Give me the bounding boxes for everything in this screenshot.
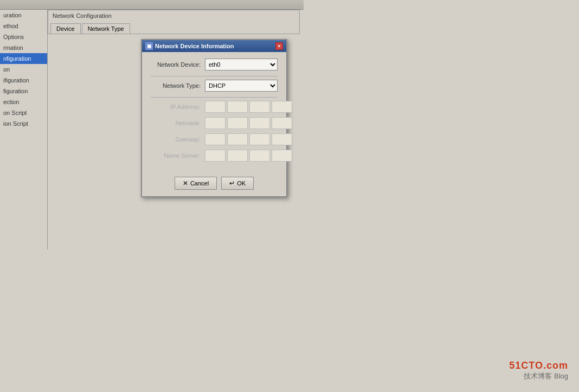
watermark-line1: 51CTO.com [509, 360, 568, 371]
sidebar-item-on[interactable]: on [0, 64, 47, 75]
panel-title: Network Configuration [48, 10, 299, 21]
sidebar-item-nfiguration[interactable]: nfiguration [0, 53, 47, 64]
dialog-title: Network Device Information [155, 43, 234, 49]
ok-label: OK [237, 180, 246, 187]
sidebar-item-on-script[interactable]: on Script [0, 107, 47, 118]
divider-1 [151, 76, 278, 76]
sidebar-item-options[interactable]: Options [0, 31, 47, 42]
netmask-octet-2[interactable] [227, 117, 248, 129]
dialog-close-button[interactable]: × [275, 42, 283, 50]
name-server-row: Name Server: [151, 150, 278, 162]
netmask-octet-1[interactable] [205, 117, 226, 129]
dialog-footer: ✕ Cancel ↵ OK [142, 172, 286, 196]
name-server-octet-1[interactable] [205, 150, 226, 162]
divider-2 [151, 97, 278, 98]
network-device-row: Network Device: eth0 eth1 wlan0 [151, 59, 278, 70]
top-bar [0, 0, 304, 10]
sidebar: uration ethod Options rmation nfiguratio… [0, 10, 48, 249]
name-server-octet-4[interactable] [272, 150, 292, 162]
name-server-octet-3[interactable] [249, 150, 270, 162]
tab-device[interactable]: Device [50, 23, 81, 34]
cancel-button[interactable]: ✕ Cancel [175, 177, 217, 190]
sidebar-item-ion-script[interactable]: ion Script [0, 118, 47, 129]
ip-address-fields [205, 101, 292, 113]
netmask-octet-4[interactable] [272, 117, 292, 129]
ok-icon: ↵ [229, 179, 235, 187]
network-config-panel: Network Configuration Device Network Typ… [48, 10, 300, 34]
gateway-fields [205, 133, 292, 145]
gateway-label: Gateway: [151, 136, 205, 143]
network-type-row: Network Type: DHCP Static PPPoE [151, 80, 278, 92]
ip-octet-2[interactable] [227, 101, 248, 113]
ip-octet-3[interactable] [249, 101, 270, 113]
netmask-octet-3[interactable] [249, 117, 270, 129]
netmask-fields [205, 117, 292, 129]
ip-octet-1[interactable] [205, 101, 226, 113]
dialog-titlebar-left: ▣ Network Device Information [145, 42, 234, 50]
sidebar-item-configuration[interactable]: uration [0, 10, 47, 21]
gateway-octet-1[interactable] [205, 133, 226, 145]
tabs: Device Network Type [48, 21, 299, 34]
dialog-body: Network Device: eth0 eth1 wlan0 Network … [142, 52, 286, 172]
network-type-label: Network Type: [151, 82, 205, 89]
ok-button[interactable]: ↵ OK [221, 177, 254, 190]
watermark: 51CTO.com 技术博客 Blog [509, 360, 568, 381]
dialog-title-icon: ▣ [145, 42, 153, 50]
sidebar-item-information[interactable]: rmation [0, 42, 47, 53]
sidebar-item-method[interactable]: ethod [0, 21, 47, 31]
network-device-label: Network Device: [151, 61, 205, 68]
sidebar-item-ection[interactable]: ection [0, 97, 47, 107]
watermark-line2: 技术博客 Blog [509, 371, 568, 381]
network-device-select[interactable]: eth0 eth1 wlan0 [205, 59, 278, 70]
name-server-octet-2[interactable] [227, 150, 248, 162]
network-type-select[interactable]: DHCP Static PPPoE [205, 80, 278, 92]
gateway-octet-3[interactable] [249, 133, 270, 145]
ip-octet-4[interactable] [272, 101, 292, 113]
dialog-titlebar: ▣ Network Device Information × [142, 40, 286, 52]
name-server-label: Name Server: [151, 152, 205, 159]
ip-address-label: IP Address: [151, 104, 205, 110]
cancel-icon: ✕ [183, 179, 188, 187]
cancel-label: Cancel [190, 180, 209, 187]
sidebar-item-figuration[interactable]: figuration [0, 86, 47, 97]
sidebar-item-ifiguration[interactable]: ifiguration [0, 75, 47, 86]
gateway-octet-4[interactable] [272, 133, 292, 145]
gateway-row: Gateway: [151, 133, 278, 145]
dialog: ▣ Network Device Information × Network D… [141, 39, 287, 197]
netmask-label: Netmask: [151, 120, 205, 126]
name-server-fields [205, 150, 292, 162]
ip-address-row: IP Address: [151, 101, 278, 113]
gateway-octet-2[interactable] [227, 133, 248, 145]
tab-network-type[interactable]: Network Type [82, 23, 130, 34]
netmask-row: Netmask: [151, 117, 278, 129]
